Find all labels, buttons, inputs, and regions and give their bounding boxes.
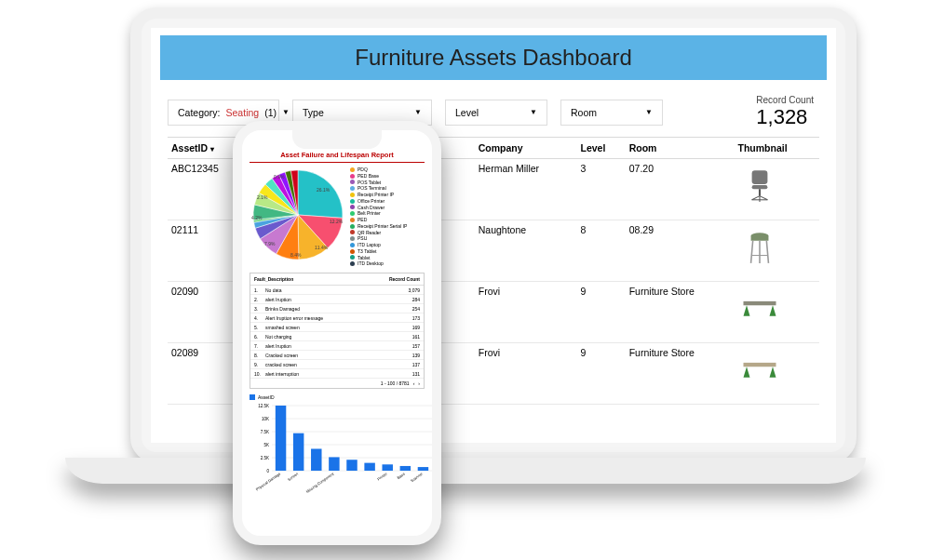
dot-icon	[350, 167, 355, 172]
fault-row[interactable]: 3.Brinks Damaged254	[250, 304, 424, 313]
cell-room: 08.29	[626, 220, 735, 282]
dot-icon	[350, 186, 355, 191]
legend-item: Receipt Printer Serial IP	[350, 223, 425, 230]
chevron-down-icon: ▼	[414, 108, 422, 116]
fault-row[interactable]: 1.No data3,079	[250, 286, 424, 295]
legend-label: Receipt Printer IP	[358, 192, 394, 198]
thumbnail-cell	[735, 159, 820, 220]
dot-icon	[350, 180, 355, 184]
chevron-right-icon[interactable]: ›	[418, 380, 420, 386]
chevron-down-icon: ▼	[645, 108, 653, 116]
legend-label: PED	[358, 217, 367, 223]
dot-icon	[350, 261, 355, 266]
legend-item: Receipt Printer IP	[350, 192, 425, 198]
pie-label: 4.2%	[251, 215, 262, 220]
legend-label: ITD Desktop	[358, 260, 384, 267]
fault-header-desc: Fault_Description	[254, 276, 293, 282]
legend-label: PDQ	[358, 167, 368, 173]
cell-level: 8	[577, 220, 626, 282]
pie-label: 0.9%	[274, 174, 284, 180]
svg-rect-42	[400, 466, 411, 471]
category-filter-label: Category:	[178, 107, 221, 118]
col-room[interactable]: Room	[626, 138, 735, 159]
cell-level: 3	[577, 159, 626, 220]
cell-level: 9	[577, 282, 626, 343]
svg-rect-13	[743, 301, 776, 305]
bench-tan-icon	[738, 347, 781, 390]
svg-text:Printer: Printer	[376, 471, 388, 481]
cell-room: Furniture Store	[626, 282, 735, 343]
svg-marker-17	[743, 367, 749, 377]
legend-item: Tablet	[350, 255, 425, 261]
svg-text:10K: 10K	[262, 417, 269, 421]
svg-text:Base: Base	[397, 471, 407, 480]
chevron-down-icon: ▼	[530, 108, 537, 116]
svg-marker-18	[769, 367, 776, 377]
fault-row[interactable]: 8.Cracked screen139	[250, 351, 424, 360]
fault-row[interactable]: 9.cracked screen137	[250, 360, 424, 369]
svg-text:Scanner: Scanner	[410, 471, 425, 483]
record-count: Record Count 1,328	[756, 95, 819, 129]
svg-marker-15	[769, 305, 776, 315]
col-company[interactable]: Company	[475, 138, 577, 159]
fault-header-count: Record Count	[389, 276, 420, 282]
square-icon	[250, 394, 255, 400]
fault-row[interactable]: 5.smashed screen169	[250, 323, 424, 332]
legend-item: POS Tablet	[350, 180, 425, 186]
pie-label: 2.1%	[257, 194, 267, 200]
cell-company: Naughtone	[475, 220, 577, 282]
svg-rect-36	[329, 457, 339, 471]
svg-line-10	[766, 241, 768, 263]
fault-table: Fault_Description Record Count 1.No data…	[250, 273, 425, 389]
svg-rect-38	[346, 460, 357, 471]
bar-chart[interactable]: AssetID 12.5K10K7.5K5K2.5K0Physical Dama…	[250, 394, 425, 494]
office-chair-icon	[738, 163, 781, 206]
dot-icon	[350, 255, 355, 260]
legend-label: Office Printer	[358, 198, 385, 205]
level-filter[interactable]: Level ▼	[445, 100, 547, 126]
pie-label: 26.1%	[317, 187, 330, 193]
legend-item: PSU	[350, 235, 425, 242]
fault-row[interactable]: 4.Alert Iruption error message173	[250, 313, 424, 323]
svg-rect-16	[743, 363, 776, 367]
col-thumbnail[interactable]: Thumbnail	[735, 138, 820, 159]
pie-chart[interactable]: 26.1%12.2%11.4%8.4%7.9%4.2%2.1%0.9%	[250, 167, 346, 263]
pie-legend: PDQPED BasePOS TabletPOS TerminalReceipt…	[350, 167, 425, 267]
col-level[interactable]: Level	[577, 138, 626, 159]
record-count-value: 1,328	[756, 105, 814, 129]
svg-text:Physical Damage: Physical Damage	[255, 471, 282, 491]
dot-icon	[350, 236, 355, 241]
svg-rect-8	[750, 236, 768, 241]
legend-item: Belt Printer	[350, 210, 425, 217]
room-filter[interactable]: Room ▼	[560, 100, 663, 126]
svg-line-9	[750, 241, 752, 263]
svg-rect-31	[276, 406, 286, 471]
thumbnail-cell	[735, 220, 820, 282]
svg-rect-0	[751, 170, 767, 184]
report-title: Asset Failure and Lifespan Report	[250, 151, 425, 163]
svg-text:2.5K: 2.5K	[261, 456, 269, 460]
level-filter-label: Level	[455, 107, 479, 118]
fault-row[interactable]: 2.alert Iruption284	[250, 295, 424, 304]
legend-item: PED	[350, 217, 425, 223]
legend-label: POS Terminal	[358, 185, 386, 192]
legend-label: PSU	[358, 235, 367, 242]
fault-row[interactable]: 6.Not charging161	[250, 332, 424, 341]
legend-label: ITD Laptop	[358, 242, 381, 248]
room-filter-label: Room	[571, 107, 597, 118]
legend-label: POS Tablet	[358, 180, 381, 186]
pie-label: 8.4%	[290, 252, 301, 258]
cell-company: Herman Miller	[475, 159, 577, 220]
chevron-left-icon[interactable]: ‹	[413, 380, 415, 386]
dot-icon	[350, 230, 355, 234]
legend-item: PDQ	[350, 167, 425, 173]
dot-icon	[350, 249, 355, 254]
svg-marker-14	[743, 305, 749, 315]
legend-item: T3 Tablet	[350, 248, 425, 255]
dot-icon	[350, 224, 355, 229]
fault-row[interactable]: 10.alert interruption131	[250, 369, 424, 379]
fault-row[interactable]: 7.alert Iruption157	[250, 341, 424, 351]
dot-icon	[350, 174, 355, 179]
legend-label: QR Reader	[358, 230, 381, 236]
chevron-down-icon: ▼	[282, 108, 290, 116]
